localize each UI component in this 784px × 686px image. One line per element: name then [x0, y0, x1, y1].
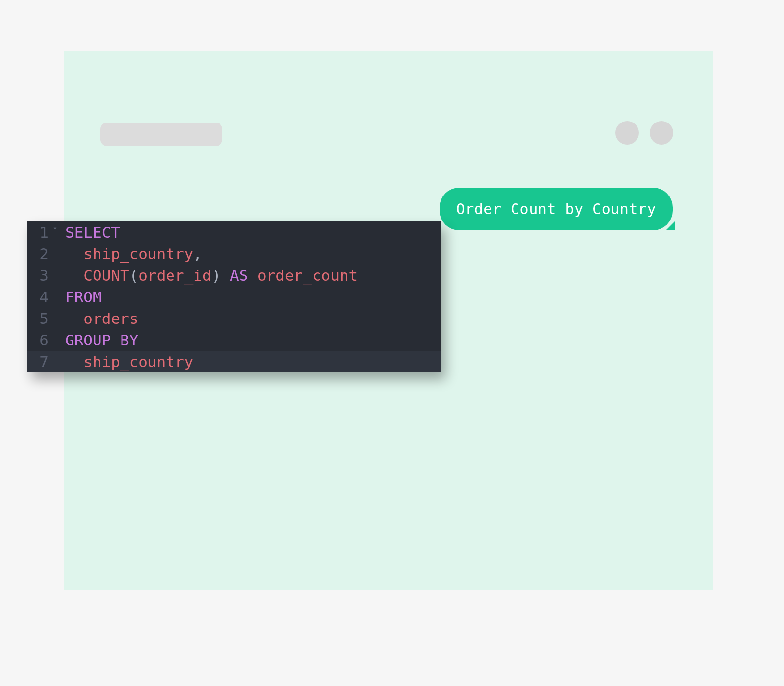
- code-line[interactable]: 2ship_country,: [27, 243, 441, 265]
- line-number: 6: [27, 329, 50, 351]
- code-line[interactable]: 4FROM: [27, 286, 441, 308]
- code-line[interactable]: 6GROUP BY: [27, 329, 441, 351]
- code-line[interactable]: 1˅SELECT: [27, 221, 441, 243]
- sql-code-block[interactable]: 1˅SELECT2ship_country,3COUNT(order_id) A…: [27, 221, 441, 372]
- line-number: 7: [27, 351, 50, 372]
- line-number: 5: [27, 308, 50, 329]
- code-content: ship_country,: [65, 243, 202, 265]
- code-line[interactable]: 3COUNT(order_id) AS order_count: [27, 265, 441, 286]
- user-message-text: Order Count by Country: [456, 200, 656, 218]
- code-content: COUNT(order_id) AS order_count: [65, 265, 358, 286]
- code-content: GROUP BY: [65, 329, 138, 351]
- fold-gutter[interactable]: ˅: [50, 224, 65, 240]
- code-content: orders: [65, 308, 138, 329]
- line-number: 3: [27, 265, 50, 286]
- user-message-bubble: Order Count by Country: [440, 188, 673, 230]
- code-line[interactable]: 5orders: [27, 308, 441, 329]
- title-placeholder: [100, 122, 222, 146]
- code-content: ship_country: [65, 351, 193, 372]
- code-line[interactable]: 7ship_country: [27, 351, 441, 372]
- code-content: SELECT: [65, 221, 120, 243]
- line-number: 1: [27, 221, 50, 243]
- header-actions: [615, 121, 673, 145]
- header-action-2[interactable]: [650, 121, 673, 145]
- code-content: FROM: [65, 286, 102, 308]
- line-number: 4: [27, 286, 50, 308]
- line-number: 2: [27, 243, 50, 265]
- header-action-1[interactable]: [615, 121, 639, 145]
